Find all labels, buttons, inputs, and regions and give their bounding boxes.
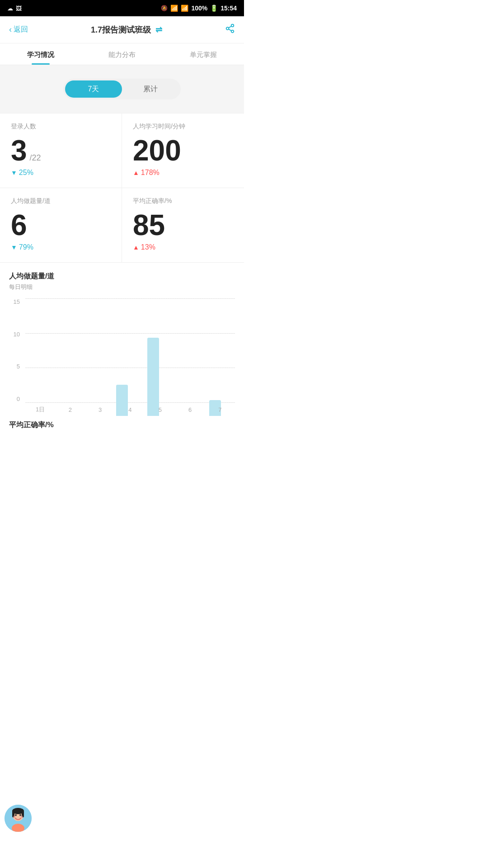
period-7days-button[interactable]: 7天 — [65, 80, 122, 98]
trend-up-icon: ▲ — [133, 169, 139, 176]
chart-section: 人均做题量/道 每日明细 15 10 5 0 1日234567 — [0, 263, 244, 416]
stat-avg-study-time: 人均学习时间/分钟 200 ▲ 178% — [122, 113, 244, 188]
back-label: 返回 — [14, 25, 28, 34]
chevron-left-icon: ‹ — [9, 25, 12, 34]
status-left: ☁ 🖼 — [7, 5, 22, 12]
signal-icon: 📶 — [181, 5, 188, 12]
weather-icon: ☁ — [7, 5, 13, 12]
bar-col-6 — [199, 298, 230, 416]
svg-point-0 — [231, 24, 234, 27]
bar-col-0 — [14, 298, 45, 416]
stats-grid: 登录人数 3 /22 ▼ 25% 人均学习时间/分钟 200 ▲ 178% 人均… — [0, 113, 244, 263]
period-cumulative-button[interactable]: 累计 — [122, 80, 179, 98]
tabs: 学习情况 能力分布 单元掌握 — [0, 43, 244, 65]
stat-login-count: 登录人数 3 /22 ▼ 25% — [0, 113, 122, 188]
x-label-3: 4 — [115, 406, 145, 413]
svg-point-1 — [226, 27, 229, 30]
trend-down-icon: ▼ — [11, 169, 17, 176]
share-button[interactable] — [225, 24, 235, 36]
page-title: 1.7报告测试班级 — [91, 24, 151, 35]
tab-ability[interactable]: 能力分布 — [81, 43, 163, 65]
x-label-4: 5 — [145, 406, 175, 413]
x-label-1: 2 — [55, 406, 85, 413]
x-label-0: 1日 — [25, 406, 55, 414]
chart-area: 15 10 5 0 1日234567 — [9, 298, 235, 416]
shuffle-icon[interactable]: ⇌ — [155, 25, 162, 35]
stat-avg-questions: 人均做题量/道 6 ▼ 79% — [0, 188, 122, 262]
x-label-2: 3 — [85, 406, 115, 413]
x-label-6: 7 — [205, 406, 235, 413]
svg-line-4 — [229, 26, 231, 28]
period-toggle-wrapper: 7天 累计 — [0, 65, 244, 113]
bluetooth-icon: 🔕 — [161, 5, 168, 11]
trend-up-icon-2: ▲ — [133, 244, 139, 251]
svg-point-2 — [231, 30, 234, 33]
back-button[interactable]: ‹ 返回 — [9, 25, 28, 34]
header: ‹ 返回 1.7报告测试班级 ⇌ — [0, 16, 244, 43]
wifi-icon: 📶 — [170, 5, 178, 12]
trend-down-icon-2: ▼ — [11, 244, 17, 251]
bar-col-1 — [45, 298, 76, 416]
image-icon: 🖼 — [16, 5, 22, 12]
tab-study[interactable]: 学习情况 — [0, 43, 81, 65]
stat-avg-accuracy: 平均正确率/% 85 ▲ 13% — [122, 188, 244, 262]
battery-icon: 🔋 — [210, 5, 218, 12]
time-label: 15:54 — [221, 5, 237, 12]
battery-label: 100% — [191, 5, 207, 12]
chart-x-labels: 1日234567 — [25, 403, 235, 416]
header-title-group: 1.7报告测试班级 ⇌ — [91, 24, 162, 35]
x-label-5: 6 — [175, 406, 205, 413]
svg-line-3 — [229, 29, 231, 31]
status-right: 🔕 📶 📶 100% 🔋 15:54 — [161, 5, 237, 12]
period-toggle: 7天 累计 — [63, 79, 181, 99]
bar-col-4 — [137, 298, 169, 416]
chart-bars — [9, 298, 235, 416]
bar-col-2 — [75, 298, 107, 416]
bar-col-5 — [169, 298, 200, 416]
tab-unit[interactable]: 单元掌握 — [163, 43, 244, 65]
status-bar: ☁ 🖼 🔕 📶 📶 100% 🔋 15:54 — [0, 0, 244, 16]
bar-col-3 — [107, 298, 138, 416]
bottom-chart-label: 平均正确率/% — [0, 416, 244, 433]
